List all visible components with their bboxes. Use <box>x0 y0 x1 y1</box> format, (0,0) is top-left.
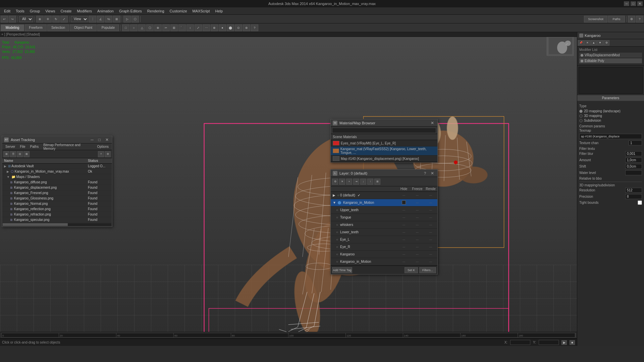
lm-tb-expand[interactable]: ⊞ <box>374 179 380 185</box>
radio-3d[interactable]: 3D mapping <box>579 114 642 118</box>
model-tool-5[interactable]: ⊕ <box>154 24 162 31</box>
model-tool-10[interactable]: ⤢ <box>195 24 202 31</box>
timeline-bar[interactable]: 0 20 40 60 80 100 120 140 160 180 <box>1 333 576 338</box>
menu-graph-editors[interactable]: Graph Editors <box>116 8 145 14</box>
lm-tb-parent[interactable]: ↑ <box>367 179 373 185</box>
model-tool-9[interactable]: ↕ <box>186 24 194 31</box>
mb-item-map140[interactable]: Map #140 (Kangaroo_displacement.png) [Ka… <box>331 156 437 162</box>
at-row-displacement[interactable]: 🗎 Kangaroo_displacement.png Found <box>2 185 112 190</box>
at-minimize[interactable]: ─ <box>89 137 95 142</box>
menu-customize[interactable]: Customize <box>167 8 190 14</box>
resolution-input[interactable] <box>625 188 642 193</box>
lm-tb-move[interactable]: ⇥ <box>353 179 359 185</box>
modifier-options[interactable]: ⚙ <box>603 40 609 46</box>
tab-modeling[interactable]: Modeling <box>1 24 24 31</box>
menu-help[interactable]: Help <box>213 8 226 14</box>
at-menu-paths[interactable]: Paths <box>28 144 41 149</box>
menu-group[interactable]: Group <box>27 8 43 14</box>
modifier-epoly[interactable]: Editable Poly <box>579 58 642 63</box>
model-tool-4[interactable]: ⬡ <box>146 24 154 31</box>
lm-row-upper-teeth[interactable]: ○ Upper_teeth — — — <box>331 206 437 214</box>
model-tool-1[interactable]: □ <box>122 24 129 31</box>
x-coord-input[interactable] <box>510 340 530 345</box>
settings-button[interactable]: ⚙ <box>628 16 635 22</box>
amount-input[interactable] <box>625 158 642 163</box>
water-level-input[interactable] <box>625 170 642 175</box>
mb-close[interactable]: ✕ <box>429 121 435 125</box>
menu-rendering[interactable]: Rendering <box>145 8 167 14</box>
at-tb-6[interactable]: ⚙ <box>105 151 111 157</box>
modifier-delete[interactable]: ✕ <box>584 40 590 46</box>
lm-tb-add[interactable]: + <box>346 179 352 185</box>
modifier-move-down[interactable]: ▼ <box>597 40 603 46</box>
radio-subdivision[interactable]: Subdivision <box>579 119 642 122</box>
filter-blur-input[interactable] <box>625 151 642 156</box>
km-hide-check[interactable] <box>402 200 406 204</box>
at-row-vault[interactable]: ▶ ⊞ Autodesk Vault Logged O... <box>2 164 112 169</box>
model-tool-2[interactable]: ○ <box>130 24 138 31</box>
model-tool-16[interactable]: ⊛ <box>243 24 250 31</box>
lm-tb-child[interactable]: ↓ <box>360 179 366 185</box>
model-tool-7[interactable]: ⊞ <box>170 24 178 31</box>
at-tb-1[interactable]: ⊞ <box>3 151 9 157</box>
lm-tb-delete[interactable]: ✕ <box>339 179 345 185</box>
lm-row-kangaroo-motion2[interactable]: ○ Kangaroo_in_Motion — — — <box>331 258 437 265</box>
paths-button[interactable]: Paths <box>608 16 625 22</box>
lm-footer-add[interactable]: Add Time Tag <box>332 267 352 273</box>
menu-edit[interactable]: Edit <box>1 8 13 14</box>
lm-row-whiskers[interactable]: ○ whiskers — — — <box>331 221 437 229</box>
mb-item-kangaroo[interactable]: Kangaroo_mat (VRayFastSSS2) [Kangaroo, L… <box>331 146 437 156</box>
model-tool-6[interactable]: ✂ <box>162 24 170 31</box>
menu-animation[interactable]: Animation <box>95 8 116 14</box>
move-button[interactable]: ✛ <box>44 16 52 22</box>
menu-maxscript[interactable]: MAXScript <box>190 8 213 14</box>
at-row-maps[interactable]: ▼ 📁 Maps / Shaders <box>2 174 112 180</box>
mb-header[interactable]: M Material/Map Browser ✕ <box>331 119 437 127</box>
shift-input[interactable] <box>625 164 642 169</box>
mb-item-eyes[interactable]: Eyes_mat (VRayMtl) [Eye_L, Eye_R] <box>331 140 437 146</box>
at-tb-3[interactable]: ⊟ <box>17 151 23 157</box>
lm-row-default[interactable]: ▶ ○ 0 (default) ✓ — — — <box>331 192 437 199</box>
at-row-normal[interactable]: 🗎 Kangaroo_Normal.png Found <box>2 201 112 206</box>
at-tb-2[interactable]: ☰ <box>10 151 16 157</box>
y-coord-input[interactable] <box>539 340 559 345</box>
tab-freeform[interactable]: Freeform <box>25 24 47 31</box>
menu-views[interactable]: Views <box>43 8 58 14</box>
lm-header[interactable]: L Layer: 0 (default) ? ✕ <box>331 170 437 177</box>
spinner-button[interactable]: ⊞ <box>113 16 120 22</box>
at-scrollbar[interactable] <box>3 223 111 226</box>
lm-row-tongue[interactable]: ○ Tongue — — — <box>331 214 437 221</box>
screenshot-button[interactable]: Screenshot <box>584 16 607 22</box>
model-tool-11[interactable]: ⋯ <box>203 24 210 31</box>
model-tool-8[interactable]: ⬛ <box>178 24 186 31</box>
lm-close[interactable]: ✕ <box>429 171 435 176</box>
minimize-button[interactable]: ─ <box>624 1 629 6</box>
lm-row-lower-teeth[interactable]: ○ Lower_teeth — — — <box>331 229 437 236</box>
snap-button[interactable]: ⋮ <box>89 16 96 22</box>
at-row-glossiness[interactable]: 🗎 Kangaroo_Glossiness.png Found <box>2 196 112 201</box>
lm-row-eye-l[interactable]: ○ Eye_L — — — <box>331 236 437 243</box>
at-menu-options[interactable]: Options <box>95 144 111 149</box>
tab-populate[interactable]: Populate <box>97 24 119 31</box>
model-tool-13[interactable]: ● <box>219 24 226 31</box>
menu-modifiers[interactable]: Modifiers <box>74 8 95 14</box>
help-icon-button[interactable]: ? <box>636 16 643 22</box>
lm-tb-settings[interactable]: ⚙ <box>332 179 338 185</box>
filter-dropdown[interactable]: All <box>19 16 33 22</box>
select-button[interactable]: ⊕ <box>36 16 44 22</box>
maximize-button[interactable]: □ <box>631 1 636 6</box>
mb-search[interactable] <box>332 128 436 133</box>
model-tool-12[interactable]: ⊗ <box>211 24 218 31</box>
tab-object-paint[interactable]: Object Paint <box>70 24 97 31</box>
lm-footer-filters[interactable]: Filters... <box>419 267 436 273</box>
lm-footer-setk[interactable]: Set K <box>405 267 418 273</box>
angle-snap-button[interactable]: ∠ <box>97 16 104 22</box>
lm-help[interactable]: ? <box>423 171 427 175</box>
percent-button[interactable]: % <box>105 16 112 22</box>
tab-selection[interactable]: Selection <box>47 24 69 31</box>
precision-input[interactable] <box>625 194 642 199</box>
model-tool-14[interactable]: ⬤ <box>227 24 234 31</box>
at-maximize[interactable]: □ <box>97 137 102 142</box>
render-button[interactable]: ⬡ <box>131 16 139 22</box>
at-row-specular[interactable]: 🗎 Kangaroo_specular.png Found <box>2 217 112 223</box>
